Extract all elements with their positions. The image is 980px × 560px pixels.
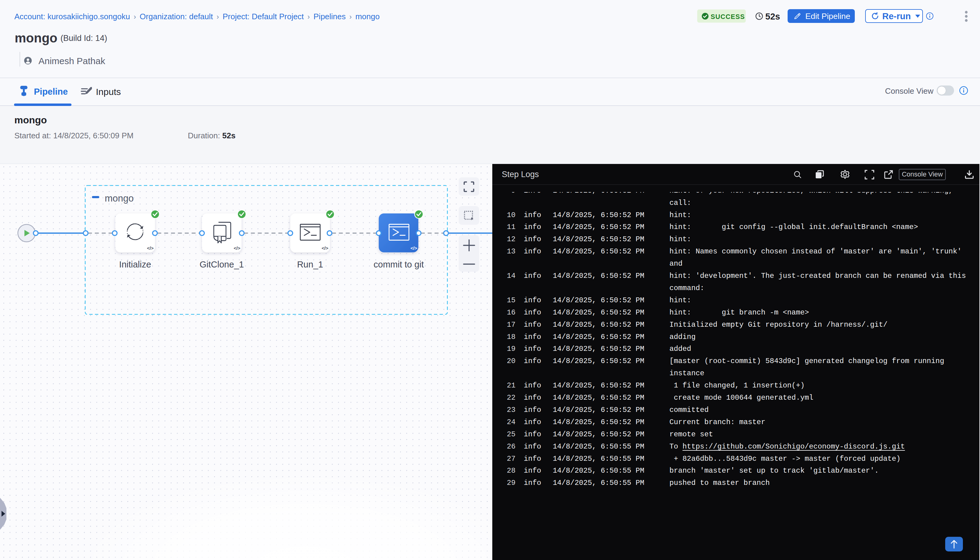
svg-text:</>: </> bbox=[233, 245, 240, 251]
svg-text:GitClone_1: GitClone_1 bbox=[200, 260, 244, 269]
svg-text:mongo: mongo bbox=[105, 193, 134, 204]
svg-text:commit to git: commit to git bbox=[373, 260, 423, 269]
svg-text:</>: </> bbox=[410, 245, 417, 251]
svg-text:Run_1: Run_1 bbox=[297, 260, 323, 269]
svg-text:Initialize: Initialize bbox=[119, 260, 151, 269]
svg-text:</>: </> bbox=[147, 245, 153, 251]
svg-text:</>: </> bbox=[322, 245, 328, 251]
